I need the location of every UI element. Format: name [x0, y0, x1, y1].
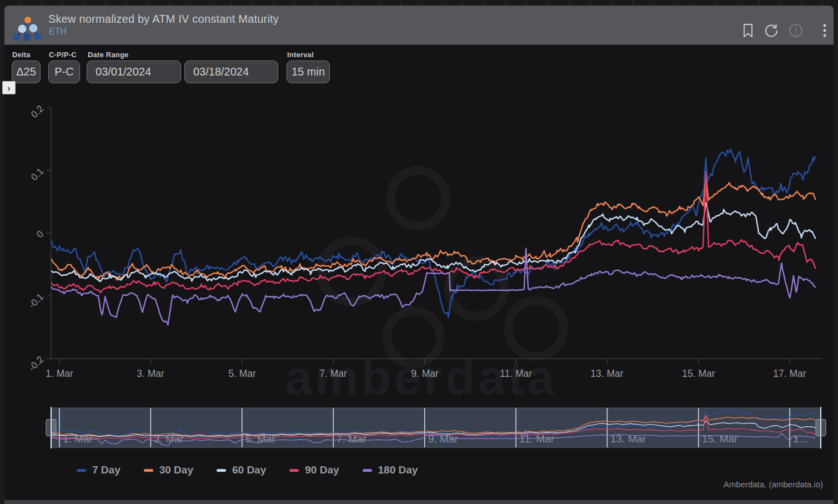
- x-axis-label: 7. Mar: [307, 368, 360, 380]
- expand-panel-button[interactable]: ›: [2, 81, 16, 94]
- credit-text: Amberdata, (amberdata.io): [724, 480, 823, 489]
- delta-filter-label: Delta: [12, 51, 31, 59]
- refresh-button[interactable]: [763, 22, 780, 39]
- navigator-axis-label: 13. Mar: [610, 433, 646, 445]
- x-axis-label: 9. Mar: [398, 368, 451, 380]
- legend-label: 30 Day: [159, 464, 193, 476]
- navigator-axis-label: 9. Mar: [428, 433, 458, 445]
- legend-marker: [144, 469, 153, 472]
- bookmark-icon: [740, 22, 756, 39]
- legend-marker: [289, 469, 299, 472]
- x-axis-label: 17. Mar: [763, 368, 816, 380]
- legend-item-180-day[interactable]: 180 Day: [363, 464, 418, 476]
- legend-label: 7 Day: [92, 464, 121, 476]
- delta-select[interactable]: Δ25: [12, 61, 41, 83]
- legend-marker: [217, 469, 226, 472]
- app-window: Skew normalized by ATM IV constant Matur…: [0, 0, 838, 504]
- info-button[interactable]: [787, 22, 804, 39]
- kebab-menu-icon: [816, 22, 833, 39]
- legend-item-7-day[interactable]: 7 Day: [77, 464, 121, 476]
- x-axis-label: 11. Mar: [489, 368, 543, 380]
- navigator-axis-label: 5. Mar: [245, 433, 275, 445]
- interval-select[interactable]: 15 min: [287, 61, 330, 83]
- legend-item-60-day[interactable]: 60 Day: [217, 464, 266, 476]
- chart-legend: 7 Day30 Day60 Day90 Day180 Day: [77, 464, 418, 476]
- cp-filter-label: C-P/P-C: [49, 51, 77, 59]
- menu-button[interactable]: [816, 22, 833, 39]
- x-axis-label: 13. Mar: [580, 368, 634, 380]
- x-axis-label: 1. Mar: [33, 368, 86, 380]
- legend-marker: [363, 469, 372, 472]
- bookmark-button[interactable]: [740, 22, 756, 39]
- date-range-filter-label: Date Range: [88, 51, 129, 59]
- chart-widget-panel: Skew normalized by ATM IV constant Matur…: [4, 6, 834, 500]
- navigator-axis-label: 1...: [793, 433, 807, 445]
- navigator-axis-label: 7. Mar: [337, 433, 367, 445]
- page-title: Skew normalized by ATM IV constant Matur…: [48, 13, 279, 26]
- legend-label: 60 Day: [232, 464, 266, 476]
- asset-label: ETH: [49, 27, 67, 37]
- amberdata-logo: [11, 13, 46, 42]
- legend-item-30-day[interactable]: 30 Day: [144, 464, 193, 476]
- date-end-input[interactable]: 03/18/2024: [184, 61, 278, 83]
- navigator-axis-label: 1. Mar: [63, 433, 93, 445]
- legend-marker: [77, 469, 86, 472]
- legend-label: 180 Day: [378, 464, 418, 476]
- navigator-axis-label: 11. Mar: [519, 433, 554, 445]
- info-icon: [787, 22, 804, 39]
- legend-label: 90 Day: [305, 464, 339, 476]
- bottom-divider: [4, 500, 834, 504]
- cp-select[interactable]: P-C: [48, 61, 80, 83]
- x-axis-label: 5. Mar: [215, 368, 269, 380]
- interval-filter-label: Interval: [287, 51, 314, 59]
- x-axis-label: 15. Mar: [672, 368, 725, 380]
- page-top-strip: [0, 0, 838, 6]
- widget-header: Skew normalized by ATM IV constant Matur…: [4, 6, 834, 45]
- navigator-axis-label: 3. Mar: [154, 433, 184, 445]
- refresh-icon: [763, 22, 780, 39]
- navigator-axis-label: 15. Mar: [702, 433, 737, 445]
- x-axis-label: 3. Mar: [124, 368, 177, 380]
- legend-item-90-day[interactable]: 90 Day: [289, 464, 339, 476]
- date-start-input[interactable]: 03/01/2024: [87, 61, 181, 83]
